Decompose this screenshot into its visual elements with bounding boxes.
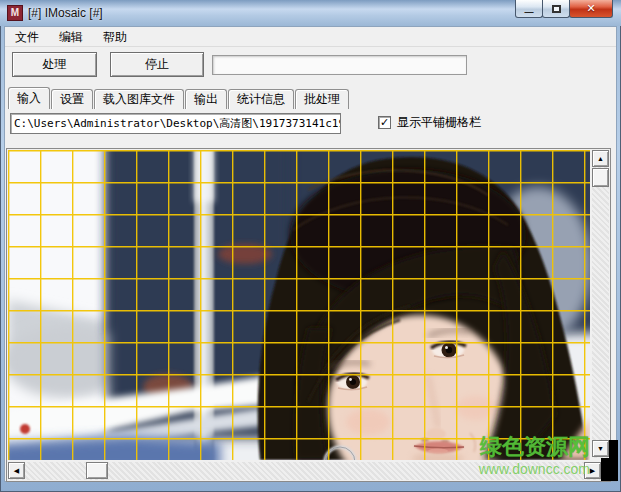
watermark-url: www.downcc.com [455, 461, 590, 479]
preview-image [8, 150, 590, 460]
tab-batch-process[interactable]: 批处理 [295, 89, 349, 109]
vertical-scrollbar[interactable]: ▲ ▼ [592, 150, 609, 458]
menu-edit[interactable]: 编辑 [49, 27, 93, 47]
menu-help[interactable]: 帮助 [93, 27, 137, 47]
tab-settings[interactable]: 设置 [51, 89, 93, 109]
title-bar[interactable]: M [#] IMosaic [#] — ✕ [0, 0, 621, 26]
close-button[interactable]: ✕ [569, 0, 613, 18]
vertical-scroll-thumb[interactable] [592, 168, 609, 187]
show-grid-checkbox-label: 显示平铺栅格栏 [397, 114, 481, 131]
right-arrow-icon: ▶ [590, 467, 595, 474]
window-title: [#] IMosaic [#] [28, 6, 103, 20]
up-arrow-icon: ▲ [597, 155, 604, 162]
close-icon: ✕ [586, 2, 595, 15]
imosaic-window: M [#] IMosaic [#] — ✕ 文件 编辑 帮助 处理 停止 输入 … [0, 0, 621, 492]
app-logo-icon: M [7, 5, 23, 21]
show-grid-checkbox[interactable]: ✓ 显示平铺栅格栏 [378, 114, 481, 131]
progress-bar [212, 55, 467, 75]
window-controls: — ✕ [516, 0, 613, 18]
image-path-input[interactable]: C:\Users\Administrator\Desktop\高清图\19173… [10, 113, 341, 134]
menu-bar: 文件 编辑 帮助 [5, 27, 616, 47]
checkbox-check-icon[interactable]: ✓ [378, 116, 391, 129]
grid-overlay [8, 150, 590, 460]
scroll-left-button[interactable]: ◀ [8, 462, 25, 479]
down-arrow-icon: ▼ [597, 445, 604, 452]
process-button[interactable]: 处理 [12, 52, 97, 77]
maximize-icon [552, 5, 561, 13]
horizontal-scroll-thumb[interactable] [86, 462, 108, 479]
left-arrow-icon: ◀ [14, 467, 19, 474]
scroll-up-button[interactable]: ▲ [592, 150, 609, 167]
tab-strip: 输入 设置 载入图库文件 输出 统计信息 批处理 [8, 87, 350, 109]
tab-statistics[interactable]: 统计信息 [228, 89, 294, 109]
scroll-down-button[interactable]: ▼ [592, 440, 609, 457]
menu-file[interactable]: 文件 [5, 27, 49, 47]
minimize-button[interactable]: — [515, 0, 543, 18]
maximize-button[interactable] [542, 0, 570, 18]
minimize-icon: — [525, 7, 534, 17]
stop-button[interactable]: 停止 [110, 52, 204, 77]
tab-input[interactable]: 输入 [8, 87, 50, 109]
tab-output[interactable]: 输出 [185, 89, 227, 109]
watermark-site-name: 绿色资源网 [462, 432, 590, 458]
tab-load-library-file[interactable]: 载入图库文件 [94, 89, 184, 109]
